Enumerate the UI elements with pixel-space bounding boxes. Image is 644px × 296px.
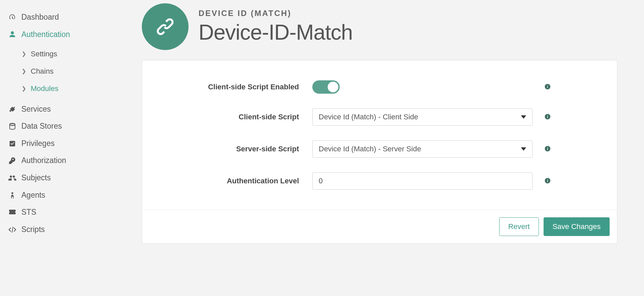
sidebar-item-label: STS	[21, 206, 36, 218]
caret-down-icon	[521, 147, 526, 151]
revert-button[interactable]: Revert	[499, 217, 539, 236]
label-client-side-enabled: Client-side Script Enabled	[155, 83, 312, 91]
sidebar-item-dashboard[interactable]: Dashboard	[8, 9, 132, 26]
sidebar-item-data-stores[interactable]: Data Stores	[8, 118, 132, 135]
settings-card: Client-side Script Enabled Client-side S…	[142, 60, 617, 244]
sidebar-item-label: Authentication	[21, 29, 70, 41]
sidebar-item-scripts[interactable]: Scripts	[8, 221, 132, 238]
sidebar-item-label: Data Stores	[21, 120, 62, 132]
toggle-knob	[328, 82, 338, 92]
sidebar-item-privileges[interactable]: Privileges	[8, 135, 132, 152]
sidebar-item-services[interactable]: Services	[8, 101, 132, 118]
sidebar-item-label: Services	[21, 103, 51, 115]
ticket-icon	[8, 208, 17, 217]
sidebar-subitem-chains[interactable]: ❯ Chains	[21, 62, 132, 80]
page-title: Device-ID-Match	[199, 20, 353, 45]
sidebar-item-label: Privileges	[21, 138, 55, 150]
agent-icon	[8, 191, 17, 200]
input-auth-level[interactable]	[319, 177, 526, 185]
svg-rect-8	[547, 147, 548, 148]
svg-rect-5	[547, 115, 548, 116]
info-icon[interactable]	[544, 145, 551, 152]
code-icon	[8, 225, 17, 234]
sidebar-item-label: Modules	[31, 83, 58, 94]
label-client-side-script: Client-side Script	[155, 113, 312, 121]
sidebar-item-authorization[interactable]: Authorization	[8, 152, 132, 169]
page-header: DEVICE ID (MATCH) Device-ID-Match	[132, 0, 617, 58]
sidebar-sublist-authentication: ❯ Settings ❯ Chains ❯ Modules	[21, 45, 132, 97]
check-square-icon	[8, 139, 17, 148]
key-icon	[8, 156, 17, 165]
sidebar-item-label: Agents	[21, 189, 45, 201]
sidebar-item-authentication[interactable]: Authentication	[8, 26, 132, 43]
sidebar-item-label: Settings	[31, 48, 57, 60]
select-value: Device Id (Match) - Client Side	[319, 113, 418, 121]
label-auth-level: Authentication Level	[155, 177, 312, 185]
info-icon[interactable]	[544, 113, 551, 120]
row-client-side-enabled: Client-side Script Enabled	[155, 80, 604, 94]
sidebar-item-sts[interactable]: STS	[8, 204, 132, 221]
toggle-client-side-enabled[interactable]	[312, 80, 340, 94]
sidebar: Dashboard Authentication ❯ Settings ❯ Ch…	[0, 0, 132, 296]
chevron-right-icon: ❯	[21, 67, 26, 76]
chevron-right-icon: ❯	[21, 85, 26, 93]
info-icon[interactable]	[544, 83, 551, 90]
page-subtitle: DEVICE ID (MATCH)	[199, 9, 353, 18]
plug-icon	[8, 105, 17, 113]
save-changes-button[interactable]: Save Changes	[544, 217, 610, 236]
svg-rect-4	[547, 116, 548, 118]
chevron-right-icon: ❯	[21, 50, 26, 58]
select-server-side-script[interactable]: Device Id (Match) - Server Side	[312, 140, 533, 158]
sidebar-subitem-modules[interactable]: ❯ Modules	[21, 80, 132, 97]
svg-rect-11	[547, 179, 548, 180]
header-badge	[142, 3, 189, 50]
info-icon[interactable]	[544, 177, 551, 184]
user-icon	[8, 30, 17, 39]
svg-rect-7	[547, 148, 548, 150]
sidebar-item-subjects[interactable]: Subjects	[8, 169, 132, 187]
dashboard-icon	[8, 13, 17, 22]
card-footer: Revert Save Changes	[142, 210, 617, 243]
svg-rect-2	[547, 85, 548, 86]
users-icon	[8, 174, 17, 182]
sidebar-subitem-settings[interactable]: ❯ Settings	[21, 45, 132, 62]
sidebar-item-label: Scripts	[21, 224, 45, 236]
sidebar-item-label: Chains	[31, 66, 53, 77]
sidebar-item-agents[interactable]: Agents	[8, 187, 132, 204]
database-icon	[8, 122, 17, 131]
input-wrap-auth-level	[312, 172, 533, 190]
label-server-side-script: Server-side Script	[155, 145, 312, 153]
row-auth-level: Authentication Level	[155, 172, 604, 190]
row-client-side-script: Client-side Script Device Id (Match) - C…	[155, 108, 604, 126]
settings-form: Client-side Script Enabled Client-side S…	[142, 60, 617, 210]
row-server-side-script: Server-side Script Device Id (Match) - S…	[155, 140, 604, 158]
caret-down-icon	[521, 115, 526, 119]
select-client-side-script[interactable]: Device Id (Match) - Client Side	[312, 108, 533, 126]
sidebar-item-label: Authorization	[21, 155, 66, 167]
main-content: DEVICE ID (MATCH) Device-ID-Match Client…	[132, 0, 644, 296]
select-value: Device Id (Match) - Server Side	[319, 145, 421, 153]
svg-rect-1	[547, 86, 548, 88]
sidebar-item-label: Subjects	[21, 172, 51, 184]
svg-rect-10	[547, 180, 548, 182]
chain-link-icon	[153, 15, 177, 38]
sidebar-item-label: Dashboard	[21, 11, 59, 23]
